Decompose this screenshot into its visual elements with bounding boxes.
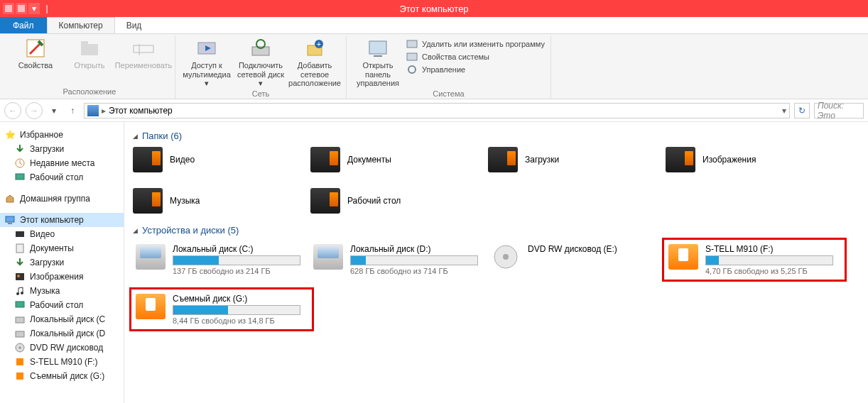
- sidebar-item[interactable]: Видео: [0, 227, 124, 241]
- nav-up-button[interactable]: ↑: [65, 104, 80, 118]
- sidebar-item-label: Музыка: [30, 286, 60, 296]
- qat-icon-1[interactable]: [3, 3, 14, 14]
- folder-item[interactable]: Документы: [310, 147, 488, 172]
- svg-point-27: [16, 292, 19, 295]
- drive-item[interactable]: Локальный диск (D:)628 ГБ свободно из 71…: [310, 241, 488, 278]
- sidebar-computer-head[interactable]: Этот компьютер: [0, 213, 124, 227]
- ribbon-group-network-label: Сеть: [252, 88, 269, 101]
- folder-item[interactable]: Рабочий стол: [310, 188, 488, 214]
- video-icon: [14, 228, 26, 240]
- sidebar-item-label: Рабочий стол: [30, 300, 83, 310]
- tab-view[interactable]: Вид: [115, 17, 153, 33]
- ribbon-media-button[interactable]: Доступ к мультимедиа ▾: [181, 37, 232, 88]
- window-title: Этот компьютер: [399, 4, 468, 14]
- sidebar-item[interactable]: Документы: [0, 241, 124, 255]
- sidebar-item[interactable]: Изображения: [0, 270, 124, 284]
- drive-item[interactable]: Локальный диск (C:)137 ГБ свободно из 21…: [133, 241, 310, 278]
- svg-rect-21: [6, 216, 14, 222]
- sidebar-item[interactable]: Музыка: [0, 284, 124, 298]
- qat-divider: |: [41, 3, 53, 14]
- tab-computer[interactable]: Компьютер: [47, 17, 115, 33]
- ribbon-rename-button[interactable]: Переименовать: [118, 37, 169, 70]
- search-input[interactable]: Поиск: Это: [814, 103, 864, 118]
- manage-icon: [406, 64, 418, 75]
- ribbon-properties-label: Свойства: [18, 61, 53, 70]
- ribbon-sysprops-button[interactable]: Свойства системы: [406, 51, 545, 62]
- refresh-button[interactable]: ↻: [794, 103, 810, 118]
- homegroup-icon: [4, 193, 16, 204]
- mapdrive-icon: [249, 37, 272, 60]
- sidebar-item[interactable]: Рабочий стол: [0, 298, 124, 312]
- ribbon-manage-button[interactable]: Управление: [406, 64, 545, 75]
- folder-icon: [488, 147, 518, 172]
- sidebar-item[interactable]: Локальный диск (D: [0, 326, 124, 341]
- drive-name: Съемный диск (G:): [173, 294, 300, 304]
- folder-item[interactable]: Изображения: [666, 147, 843, 172]
- drive-item[interactable]: Съемный диск (G:)8,44 ГБ свободно из 14,…: [133, 291, 310, 328]
- ribbon-cpanel-button[interactable]: Открыть панель управления: [352, 37, 403, 88]
- sidebar-item-recent[interactable]: Недавние места: [0, 156, 124, 170]
- address-bar[interactable]: ▸ Этот компьютер ▾: [84, 103, 790, 118]
- sidebar-item-label: Локальный диск (C: [30, 314, 105, 324]
- qat-icon-2[interactable]: [16, 3, 27, 14]
- sidebar-item-desktop[interactable]: Рабочий стол: [0, 170, 124, 184]
- drive-bar: [705, 255, 833, 265]
- svg-rect-1: [18, 5, 25, 12]
- sidebar-computer-label: Этот компьютер: [20, 215, 84, 225]
- sidebar-item-label: Рабочий стол: [30, 172, 83, 182]
- ribbon-open-button[interactable]: Открыть: [64, 37, 115, 70]
- sidebar-item[interactable]: Локальный диск (C: [0, 312, 124, 326]
- sidebar-item-label: Видео: [30, 229, 55, 239]
- ribbon-media-label: Доступ к мультимедиа ▾: [181, 61, 232, 88]
- hdd-icon: [313, 244, 343, 270]
- drive-bar: [173, 305, 300, 315]
- drive-item[interactable]: S-TELL M910 (F:)4,70 ГБ свободно из 5,25…: [666, 241, 843, 278]
- nav-back-button[interactable]: ←: [4, 102, 21, 119]
- folder-label: Музыка: [170, 196, 200, 206]
- sidebar-homegroup-label: Домашняя группа: [20, 194, 90, 204]
- svg-point-26: [17, 275, 20, 277]
- folder-item[interactable]: Загрузки: [488, 147, 666, 172]
- address-dropdown-icon[interactable]: ▾: [782, 106, 786, 116]
- menu-file[interactable]: Файл: [0, 17, 47, 33]
- folder-item[interactable]: Видео: [133, 147, 310, 172]
- ribbon-properties-button[interactable]: Свойства: [10, 37, 61, 70]
- ribbon-addnet-button[interactable]: + Добавить сетевое расположение: [289, 37, 340, 88]
- svg-rect-20: [16, 174, 24, 180]
- drive-item[interactable]: DVD RW дисковод (E:): [488, 241, 666, 278]
- content: ◢Папки (6) ВидеоДокументыЗагрузкиИзображ…: [124, 122, 868, 403]
- recent-icon: [14, 158, 26, 169]
- nav-forward-button[interactable]: →: [26, 102, 43, 119]
- ribbon: Свойства Открыть Переименовать Расположе…: [0, 34, 868, 99]
- drive-name: Локальный диск (C:): [173, 244, 300, 254]
- folder-item[interactable]: Музыка: [133, 188, 310, 214]
- ribbon-rename-label: Переименовать: [115, 61, 173, 70]
- ribbon-mapdrive-button[interactable]: Подключить сетевой диск ▾: [235, 37, 286, 88]
- sidebar-homegroup-head[interactable]: Домашняя группа: [0, 192, 124, 206]
- sidebar-item[interactable]: S-TELL M910 (F:): [0, 355, 124, 369]
- images-icon: [14, 271, 26, 282]
- sidebar-favorites-head[interactable]: ⭐Избранное: [0, 128, 124, 142]
- sidebar-item-downloads[interactable]: Загрузки: [0, 142, 124, 156]
- section-folders-head[interactable]: ◢Папки (6): [133, 131, 859, 141]
- ribbon-uninstall-label: Удалить или изменить программу: [422, 40, 545, 48]
- ribbon-uninstall-button[interactable]: Удалить или изменить программу: [406, 38, 545, 50]
- ribbon-cpanel-label: Открыть панель управления: [352, 61, 403, 88]
- sidebar-item[interactable]: DVD RW дисковод: [0, 341, 124, 355]
- sidebar-item[interactable]: Загрузки: [0, 255, 124, 270]
- ribbon-open-label: Открыть: [74, 61, 104, 70]
- sidebar-item[interactable]: Съемный диск (G:): [0, 369, 124, 383]
- nav-dropdown-button[interactable]: ▾: [47, 104, 61, 118]
- ribbon-manage-label: Управление: [422, 65, 465, 74]
- menubar: Файл Компьютер Вид: [0, 17, 868, 34]
- qat-icon-3[interactable]: ▾: [28, 3, 40, 14]
- svg-rect-25: [16, 273, 24, 280]
- section-drives-head[interactable]: ◢Устройства и диски (5): [133, 225, 859, 236]
- drive-sub: 4,70 ГБ свободно из 5,25 ГБ: [705, 267, 833, 275]
- hdd-icon: [14, 328, 26, 339]
- uninstall-icon: [406, 38, 418, 50]
- svg-rect-24: [16, 244, 23, 253]
- sidebar-item-label: Документы: [30, 243, 74, 253]
- drive-sub: 137 ГБ свободно из 214 ГБ: [173, 267, 300, 275]
- breadcrumb[interactable]: Этот компьютер: [109, 106, 173, 116]
